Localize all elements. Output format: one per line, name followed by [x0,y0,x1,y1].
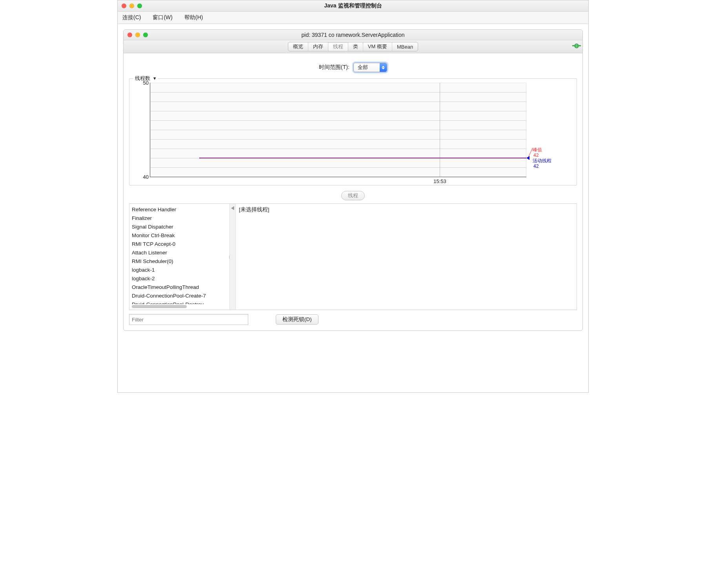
filter-input[interactable] [129,314,248,325]
connection-window: pid: 39371 co ramework.ServerApplication… [123,29,583,331]
thread-chart: 线程数 ▾ 405015:53峰值42活动线程42 [129,78,577,185]
svg-marker-4 [382,68,385,69]
menubar: 连接(C) 窗口(W) 帮助(H) [118,12,588,24]
threads-section-label: 线程 [341,191,365,200]
tab-threads[interactable]: 线程 [328,42,348,51]
y-axis-tick: 50 [143,80,149,86]
split-handle[interactable] [230,204,236,310]
list-item[interactable]: logback-2 [132,274,227,283]
app-window: Java 监视和管理控制台 连接(C) 窗口(W) 帮助(H) pid: 393… [117,0,589,393]
svg-rect-2 [576,44,577,48]
thread-detail-placeholder: [未选择线程] [239,206,573,213]
updown-icon [380,63,387,72]
threads-panel: Reference HandlerFinalizerSignal Dispatc… [129,203,577,310]
list-item[interactable]: Finalizer [132,214,227,223]
tab-mbean[interactable]: MBean [392,42,418,51]
menu-window[interactable]: 窗口(W) [150,13,175,23]
tabbar: 概览 内存 线程 类 VM 概要 MBean [124,40,582,53]
tab-overview[interactable]: 概览 [288,42,308,51]
list-item[interactable]: Attach Listener [132,249,227,257]
menu-help[interactable]: 帮助(H) [182,13,205,23]
list-item[interactable]: logback-1 [132,266,227,274]
y-axis-tick: 40 [143,174,149,180]
threads-list[interactable]: Reference HandlerFinalizerSignal Dispatc… [129,204,229,304]
time-range-select[interactable]: 全部 [353,63,387,72]
threads-list-pane: Reference HandlerFinalizerSignal Dispatc… [129,204,230,310]
svg-marker-3 [382,66,385,67]
list-item[interactable]: Signal Dispatcher [132,223,227,231]
list-item[interactable]: RMI Scheduler(0) [132,257,227,266]
connection-status-icon [572,43,581,50]
inner-titlebar: pid: 39371 co ramework.ServerApplication [124,30,582,40]
current-value-marker [526,156,530,160]
list-item[interactable]: Druid-ConnectionPool-Create-7 [132,292,227,300]
thread-detail-pane: [未选择线程] [236,204,577,310]
list-item[interactable]: Monitor Ctrl-Break [132,231,227,240]
inner-window-title: pid: 39371 co ramework.ServerApplication [124,32,582,38]
legend-active-name: 活动线程 [533,158,551,163]
menu-connection[interactable]: 连接(C) [120,13,143,23]
chart-plot[interactable]: 405015:53峰值42活动线程42 [150,83,526,177]
list-item[interactable]: Reference Handler [132,205,227,214]
scrollbar-horizontal[interactable] [132,304,227,308]
legend-peak-name: 峰值 [533,147,542,152]
list-item[interactable]: OracleTimeoutPollingThread [132,283,227,292]
time-range-row: 时间范围(T): 全部 [129,60,577,75]
tabset: 概览 内存 线程 类 VM 概要 MBean [288,42,418,51]
chart-area: 405015:53峰值42活动线程42 [150,83,526,177]
bottom-controls: 检测死锁(D) [129,314,577,325]
tab-vmsummary[interactable]: VM 概要 [363,42,392,51]
list-item[interactable]: Druid-ConnectionPool-Destroy- [132,300,227,304]
list-item[interactable]: RMI TCP Accept-0 [132,240,227,249]
svg-marker-6 [231,206,234,210]
legend-active-value: 42 [533,163,539,169]
time-range-label: 时间范围(T): [319,64,349,71]
x-axis-tick: 15:53 [433,178,446,184]
tab-memory[interactable]: 内存 [308,42,328,51]
outer-titlebar: Java 监视和管理控制台 [118,0,588,12]
tab-classes[interactable]: 类 [348,42,363,51]
detect-deadlock-button[interactable]: 检测死锁(D) [276,314,318,325]
scrollbar-knob[interactable] [229,255,229,260]
chevron-down-icon: ▾ [153,75,156,81]
svg-line-5 [529,148,533,156]
time-range-value: 全部 [354,64,380,71]
window-title: Java 监视和管理控制台 [118,2,588,9]
legend-peak-value: 42 [533,152,539,158]
chart-legend: 峰值42活动线程42 [533,147,551,169]
